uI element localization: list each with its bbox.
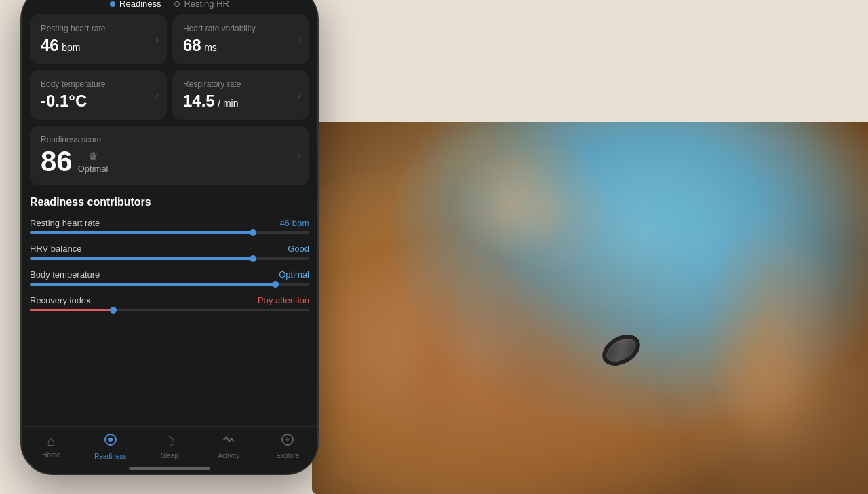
phone-screen: Readiness Resting HR Resting heart rate … (22, 0, 317, 474)
metric-label-respiratory: Respiratory rate (183, 79, 298, 89)
nav-label-activity: Activity (218, 452, 239, 459)
nav-label-readiness: Readiness (94, 453, 126, 460)
readiness-score-label: Readiness score (41, 135, 298, 145)
top-tabs: Readiness Resting HR (22, 0, 317, 14)
metric-unit-resting-hr: bpm (62, 42, 80, 53)
metric-label-resting-hr: Resting heart rate (41, 24, 156, 33)
contributor-name-body-temp: Body temperature (30, 269, 100, 280)
readiness-tab-dot (110, 1, 115, 7)
contributor-resting-hr[interactable]: Resting heart rate 46 bpm (30, 218, 309, 234)
resting-hr-tab-label: Resting HR (184, 0, 229, 9)
metric-chevron-resting-hr: › (155, 34, 159, 45)
nav-label-explore: Explore (276, 452, 299, 459)
readiness-tab-label: Readiness (119, 0, 161, 9)
metric-card-hrv[interactable]: Heart rate variability 68 ms › (172, 14, 309, 64)
metric-chevron-hrv: › (298, 34, 301, 45)
metrics-grid: Resting heart rate 46 bpm › Heart rate v… (22, 14, 317, 126)
progress-bar-body-temp-bg (30, 283, 309, 286)
nav-label-sleep: Sleep (161, 452, 178, 459)
metric-card-resting-hr[interactable]: Resting heart rate 46 bpm › (30, 14, 167, 64)
phone-frame: Readiness Resting HR Resting heart rate … (20, 0, 319, 475)
metric-chevron-respiratory: › (298, 90, 301, 100)
progress-bar-body-temp-fill (30, 283, 276, 286)
metric-unit-respiratory: / min (218, 98, 238, 109)
home-icon: ⌂ (47, 434, 56, 449)
nav-sleep[interactable]: ☽ Sleep (140, 434, 199, 459)
metric-unit-hrv: ms (204, 42, 217, 53)
nav-readiness[interactable]: Readiness (81, 432, 140, 460)
metric-value-resting-hr: 46 (41, 36, 59, 54)
contributor-value-resting-hr: 46 bpm (280, 218, 309, 228)
home-indicator (129, 467, 210, 470)
contributor-name-recovery: Recovery index (30, 295, 91, 305)
svg-point-1 (108, 438, 113, 442)
explore-icon (281, 433, 294, 450)
sleep-icon: ☽ (163, 434, 176, 450)
metric-value-hrv: 68 (183, 36, 201, 54)
crown-icon: ♛ (88, 150, 98, 163)
contributors-title: Readiness contributors (30, 196, 309, 208)
contributor-name-resting-hr: Resting heart rate (30, 218, 100, 228)
metric-label-hrv: Heart rate variability (183, 24, 298, 33)
metric-value-respiratory: 14.5 (183, 92, 215, 110)
activity-icon (222, 433, 235, 450)
progress-bar-resting-hr-bg (30, 231, 309, 234)
contributor-recovery-index[interactable]: Recovery index Pay attention (30, 295, 309, 311)
nav-explore[interactable]: Explore (258, 433, 317, 459)
nav-label-home: Home (42, 451, 60, 459)
metric-value-body-temp: -0.1°C (41, 92, 87, 110)
nav-activity[interactable]: Activity (199, 433, 258, 459)
metric-chevron-body-temp: › (155, 90, 159, 100)
contributor-value-recovery: Pay attention (258, 295, 309, 305)
progress-bar-resting-hr-fill (30, 231, 254, 234)
contributor-body-temp[interactable]: Body temperature Optimal (30, 269, 309, 286)
progress-bar-hrv-bg (30, 257, 309, 260)
contributors-section: Readiness contributors Resting heart rat… (22, 196, 317, 311)
contributor-name-hrv: HRV balance (30, 244, 81, 254)
photo-background (312, 122, 868, 494)
metric-label-body-temp: Body temperature (41, 79, 156, 89)
readiness-score-number: 86 (41, 147, 73, 176)
metric-card-respiratory[interactable]: Respiratory rate 14.5 / min › (172, 70, 309, 120)
contributor-value-hrv: Good (288, 244, 309, 254)
readiness-tab[interactable]: Readiness (110, 0, 161, 9)
contributor-hrv-balance[interactable]: HRV balance Good (30, 244, 309, 260)
readiness-icon (103, 432, 118, 451)
contributor-value-body-temp: Optimal (279, 269, 309, 280)
readiness-score-status: Optimal (78, 164, 108, 174)
progress-bar-recovery-bg (30, 309, 309, 311)
progress-bar-hrv-fill (30, 257, 254, 260)
resting-hr-tab[interactable]: Resting HR (174, 0, 229, 9)
metric-card-body-temp[interactable]: Body temperature -0.1°C › (30, 70, 167, 120)
nav-home[interactable]: ⌂ Home (22, 434, 81, 459)
progress-bar-recovery-fill (30, 309, 114, 311)
readiness-score-chevron: › (298, 150, 301, 161)
readiness-score-card[interactable]: Readiness score 86 ♛ Optimal › (30, 126, 309, 185)
resting-hr-tab-dot (174, 1, 180, 7)
